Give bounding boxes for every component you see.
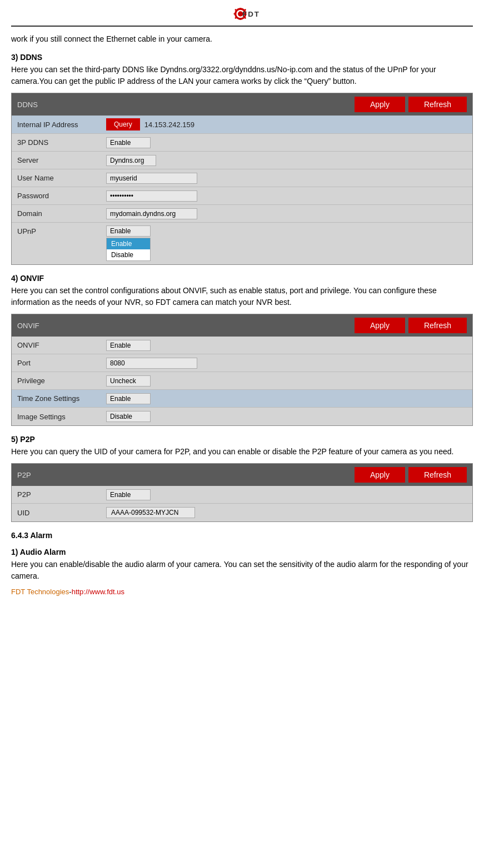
onvif-timezone-select[interactable]: Enable Disable (106, 393, 151, 404)
p2p-panel: P2P Apply Refresh P2P Enable Disable UID… (11, 463, 473, 522)
ddns-upnp-select-wrapper[interactable]: Enable Disable Enable Disable (106, 225, 151, 237)
onvif-row-port: Port (12, 354, 472, 372)
p2p-apply-button[interactable]: Apply (355, 467, 405, 483)
onvif-panel-body: ONVIF Enable Disable Port Privilege Unch… (12, 337, 472, 425)
onvif-port-input[interactable] (106, 358, 197, 369)
onvif-section-desc: Here you can set the control configurati… (11, 285, 473, 308)
onvif-row-onvif: ONVIF Enable Disable (12, 337, 472, 354)
svg-rect-4 (239, 18, 241, 19)
p2p-section-title: 5) P2P (11, 435, 473, 444)
onvif-onvif-label: ONVIF (17, 341, 106, 349)
ddns-3pddns-select[interactable]: Enable Disable (106, 137, 151, 148)
ddns-upnp-select[interactable]: Enable Disable (106, 225, 151, 237)
svg-text:FDT: FDT (242, 10, 260, 18)
p2p-p2p-label: P2P (17, 490, 106, 499)
p2p-p2p-select[interactable]: Enable Disable (106, 489, 151, 500)
svg-rect-3 (239, 8, 241, 9)
ddns-upnp-label: UPnP (17, 227, 106, 235)
ddns-username-input[interactable] (106, 173, 197, 184)
ddns-server-label: Server (17, 156, 106, 164)
ddns-password-label: Password (17, 192, 106, 200)
ddns-row-domain: Domain (12, 205, 472, 223)
ddns-panel-body: Internal IP Address Query 14.153.242.159… (12, 116, 472, 264)
ddns-row-username: User Name (12, 169, 472, 187)
page-header: FDT (11, 6, 473, 27)
ddns-3pddns-label: 3P DDNS (17, 138, 106, 147)
onvif-panel-header: ONVIF Apply Refresh (12, 314, 472, 337)
ddns-row-upnp: UPnP Enable Disable Enable Disable (12, 223, 472, 264)
onvif-row-privilege: Privilege Uncheck Check (12, 372, 472, 390)
p2p-panel-body: P2P Enable Disable UID AAAA-099532-MYJCN (12, 486, 472, 521)
onvif-timezone-label: Time Zone Settings (17, 394, 106, 403)
ddns-panel-label: DDNS (17, 101, 351, 109)
ddns-domain-input[interactable] (106, 208, 197, 219)
onvif-timezone-select-wrapper[interactable]: Enable Disable (106, 393, 151, 404)
ddns-3pddns-select-wrapper[interactable]: Enable Disable (106, 137, 151, 148)
alarm-section-desc: Here you can enable/disable the audio al… (11, 559, 473, 582)
p2p-refresh-button[interactable]: Refresh (408, 467, 467, 483)
ddns-upnp-dropdown: Enable Disable (106, 238, 151, 261)
onvif-section-title: 4) ONVIF (11, 274, 473, 283)
footer-link[interactable]: http://www.fdt.us (72, 588, 124, 596)
onvif-row-timezone: Time Zone Settings Enable Disable (12, 390, 472, 408)
onvif-onvif-select-wrapper[interactable]: Enable Disable (106, 340, 151, 351)
ddns-section-title: 3) DDNS (11, 53, 473, 62)
ddns-upnp-option-enable[interactable]: Enable (107, 238, 150, 249)
ddns-ip-value: 14.153.242.159 (144, 121, 194, 129)
onvif-privilege-label: Privilege (17, 377, 106, 385)
onvif-image-select-wrapper[interactable]: Disable Enable (106, 411, 151, 422)
onvif-image-select[interactable]: Disable Enable (106, 411, 151, 422)
p2p-uid-value: AAAA-099532-MYJCN (106, 507, 195, 518)
ddns-row-server: Server Dyndns.org 3322.org dynddns.us No… (12, 152, 472, 169)
p2p-panel-label: P2P (17, 471, 351, 479)
ddns-panel: DDNS Apply Refresh Internal IP Address Q… (11, 93, 473, 265)
onvif-privilege-select[interactable]: Uncheck Check (106, 375, 151, 387)
onvif-apply-button[interactable]: Apply (355, 318, 405, 333)
onvif-port-label: Port (17, 359, 106, 367)
ddns-upnp-option-disable[interactable]: Disable (107, 249, 150, 260)
ddns-username-label: User Name (17, 174, 106, 182)
ddns-domain-label: Domain (17, 209, 106, 218)
intro-text: work if you still connect the Ethernet c… (11, 33, 473, 45)
p2p-p2p-select-wrapper[interactable]: Enable Disable (106, 489, 151, 500)
ddns-row-internal-ip: Internal IP Address Query 14.153.242.159 (12, 116, 472, 134)
ddns-apply-button[interactable]: Apply (355, 97, 405, 112)
ddns-password-input[interactable] (106, 190, 197, 202)
svg-rect-5 (233, 13, 235, 15)
p2p-panel-header: P2P Apply Refresh (12, 464, 472, 486)
p2p-row-p2p: P2P Enable Disable (12, 486, 472, 504)
ddns-section-desc: Here you can set the third-party DDNS li… (11, 64, 473, 87)
ddns-row-3pddns: 3P DDNS Enable Disable (12, 134, 472, 152)
alarm-section-title: 6.4.3 Alarm (11, 531, 473, 540)
onvif-row-image: Image Settings Disable Enable (12, 408, 472, 425)
ddns-internal-ip-label: Internal IP Address (17, 121, 106, 129)
p2p-uid-label: UID (17, 509, 106, 517)
fdt-logo: FDT (220, 6, 265, 22)
ddns-row-password: Password (12, 187, 472, 205)
onvif-privilege-select-wrapper[interactable]: Uncheck Check (106, 375, 151, 387)
ddns-server-select-wrapper[interactable]: Dyndns.org 3322.org dynddns.us No-ip.com (106, 155, 156, 166)
p2p-row-uid: UID AAAA-099532-MYJCN (12, 504, 472, 521)
ddns-refresh-button[interactable]: Refresh (408, 97, 467, 112)
footer-brand: FDT Technologies (11, 588, 69, 596)
alarm-subsection-title: 1) Audio Alarm (11, 548, 473, 556)
onvif-panel-label: ONVIF (17, 322, 351, 330)
onvif-image-label: Image Settings (17, 413, 106, 421)
footer: FDT Technologies-http://www.fdt.us (11, 588, 473, 596)
p2p-section-desc: Here you can query the UID of your camer… (11, 446, 473, 458)
ddns-panel-header: DDNS Apply Refresh (12, 93, 472, 116)
ddns-query-button[interactable]: Query (106, 118, 140, 131)
onvif-refresh-button[interactable]: Refresh (408, 318, 467, 333)
onvif-panel: ONVIF Apply Refresh ONVIF Enable Disable… (11, 314, 473, 426)
onvif-onvif-select[interactable]: Enable Disable (106, 340, 151, 351)
ddns-server-select[interactable]: Dyndns.org 3322.org dynddns.us No-ip.com (106, 155, 156, 166)
